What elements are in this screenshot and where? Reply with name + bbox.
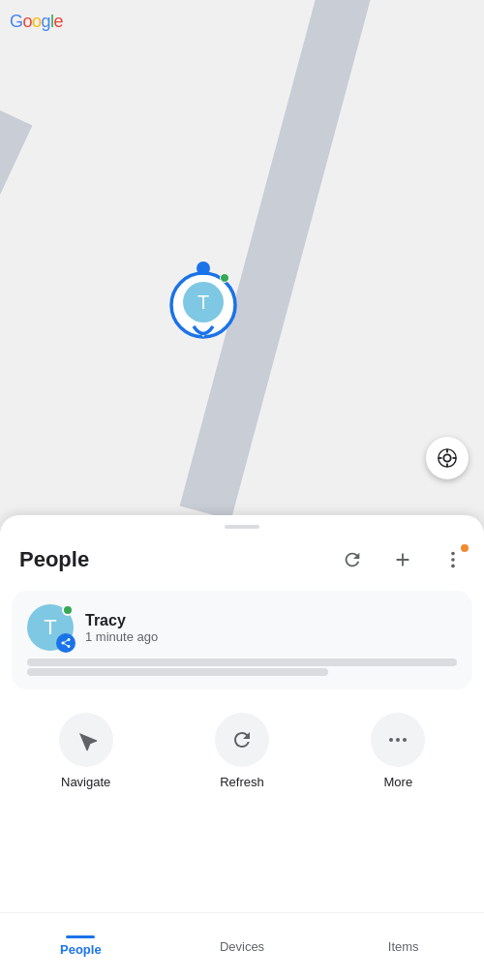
person-text: Tracy 1 minute ago (85, 612, 457, 644)
navigate-label: Navigate (61, 775, 110, 789)
nav-item-people[interactable]: People (0, 930, 162, 965)
nav-item-devices[interactable]: Devices (162, 932, 323, 962)
person-time: 1 minute ago (85, 629, 457, 644)
svg-point-12 (396, 738, 400, 742)
more-label: More (384, 775, 413, 789)
navigate-button-circle (59, 713, 113, 767)
refresh-button-circle (215, 713, 269, 767)
bottom-nav: People Devices Items (0, 912, 484, 980)
nav-label-devices: Devices (220, 939, 264, 954)
header-actions (337, 544, 469, 575)
more-button-circle (371, 713, 425, 767)
person-avatar-wrap: T (27, 604, 74, 651)
sheet-title: People (19, 547, 337, 572)
share-icon (60, 637, 72, 649)
person-info: T Tracy 1 minute ago (27, 604, 457, 651)
svg-point-9 (451, 558, 455, 562)
location-pin: T (169, 261, 237, 349)
pin-online-indicator (220, 273, 229, 283)
refresh-label: Refresh (220, 775, 264, 789)
pin-avatar: T (183, 282, 224, 322)
map[interactable]: Google T (0, 0, 484, 542)
person-location-bar-2 (27, 668, 328, 676)
person-name: Tracy (85, 612, 457, 629)
nav-active-indicator (66, 935, 95, 938)
person-card[interactable]: T Tracy 1 minute ago (12, 591, 472, 689)
sheet-drag-handle[interactable] (225, 525, 259, 529)
road-2 (180, 0, 381, 520)
refresh-button[interactable] (337, 544, 368, 575)
pin-body: T (169, 271, 237, 349)
svg-point-8 (451, 552, 455, 556)
sheet-header: People (0, 536, 484, 583)
road-1 (0, 97, 32, 542)
refresh-action-button[interactable]: Refresh (215, 713, 269, 789)
svg-point-10 (451, 565, 455, 568)
more-options-button[interactable] (438, 544, 469, 575)
svg-point-11 (389, 738, 393, 742)
more-horiz-icon (386, 728, 409, 751)
more-vert-icon (442, 549, 464, 570)
bottom-sheet: People T (0, 515, 484, 980)
nav-item-items[interactable]: Items (322, 932, 484, 962)
person-location-bar-1 (27, 658, 457, 666)
navigate-button[interactable]: Navigate (59, 713, 113, 789)
add-person-button[interactable] (387, 544, 418, 575)
action-buttons: Navigate Refresh More (0, 697, 484, 797)
more-action-button[interactable]: More (371, 713, 425, 789)
refresh-icon (342, 549, 363, 570)
navigate-icon (75, 728, 98, 751)
crosshair-icon (437, 447, 458, 469)
pin-direction-dot (197, 261, 210, 275)
add-icon (392, 549, 413, 570)
my-location-button[interactable] (426, 437, 469, 479)
person-share-icon (56, 633, 76, 653)
person-online-dot (62, 604, 74, 616)
nav-label-items: Items (388, 939, 419, 954)
nav-label-people: People (60, 942, 102, 957)
google-logo: Google (10, 12, 63, 32)
svg-point-13 (403, 738, 407, 742)
refresh-action-icon (230, 728, 254, 751)
svg-point-2 (443, 454, 450, 461)
